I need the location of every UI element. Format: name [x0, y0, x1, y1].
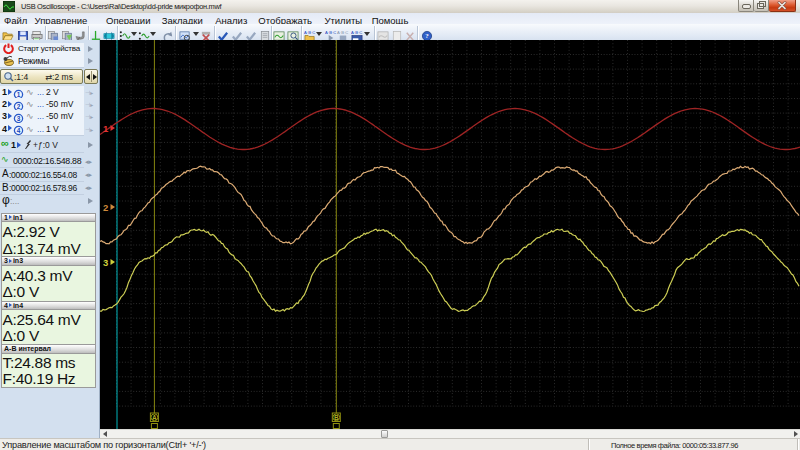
svg-text:A·B·C: A·B·C	[304, 30, 315, 35]
svg-text:1: 1	[103, 123, 109, 134]
svg-text:2: 2	[17, 103, 21, 110]
svg-text:?: ?	[425, 32, 429, 39]
svg-text:3: 3	[17, 115, 21, 122]
svg-text:1: 1	[17, 91, 21, 98]
svg-text:A·B·C: A·B·C	[325, 30, 336, 35]
svg-text:B: B	[334, 414, 339, 421]
svg-text:2: 2	[103, 202, 108, 213]
svg-text:4: 4	[17, 127, 21, 134]
svg-text:A·B·C: A·B·C	[351, 30, 362, 35]
svg-text:A·B·C: A·B·C	[337, 30, 348, 35]
svg-text:A: A	[152, 414, 157, 421]
svg-text:3: 3	[103, 257, 108, 268]
